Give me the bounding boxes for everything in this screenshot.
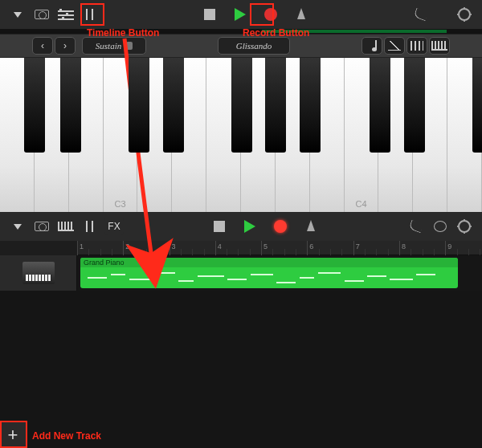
ruler-minor-tick (100, 249, 101, 255)
svg-rect-4 (66, 13, 68, 16)
key-label-c3: C3 (104, 199, 137, 209)
ruler-minor-tick (296, 249, 296, 255)
ruler-minor-tick (157, 249, 158, 255)
ruler-minor-tick (468, 249, 469, 255)
region-title: Grand Piano (80, 258, 458, 267)
black-key[interactable] (265, 58, 286, 153)
sustain-label: Sustain (96, 41, 121, 51)
camera-icon[interactable] (32, 6, 51, 23)
undo-icon[interactable] (411, 6, 431, 23)
black-key[interactable] (60, 58, 81, 153)
ruler-minor-tick (365, 249, 366, 255)
record-button[interactable] (261, 6, 280, 23)
arpeggiator-icon[interactable] (406, 37, 427, 55)
svg-rect-2 (58, 18, 74, 20)
ruler-minor-tick (135, 249, 136, 255)
ruler-minor-tick (112, 249, 112, 255)
black-key[interactable] (300, 58, 321, 153)
ruler-tick (123, 241, 124, 255)
record-button[interactable] (271, 218, 290, 235)
ruler-number: 3 (172, 242, 176, 250)
ruler-tick (170, 241, 170, 255)
sustain-pill[interactable]: Sustain (82, 37, 146, 55)
glissando-label: Glissando (236, 41, 272, 51)
midi-notes (80, 269, 458, 288)
black-key[interactable] (24, 58, 45, 153)
stop-button[interactable] (200, 6, 219, 23)
keyboard-subbar: ‹ › Sustain Glissando (0, 34, 482, 58)
ruler-minor-tick (227, 249, 227, 255)
ruler-minor-tick (434, 249, 435, 255)
ruler-tick (77, 241, 78, 255)
piano-keyboard[interactable]: C3 C4 (0, 58, 482, 212)
black-key[interactable] (370, 58, 390, 153)
ruler-number: 1 (80, 242, 84, 250)
metronome-icon[interactable] (301, 218, 321, 235)
time-ruler[interactable]: 123456789 (77, 241, 482, 255)
ruler-tick (307, 241, 308, 255)
black-key[interactable] (163, 58, 184, 153)
play-button[interactable] (231, 6, 250, 23)
timeline-button[interactable] (56, 6, 76, 23)
ruler-minor-tick (341, 249, 342, 255)
ruler-tick (399, 241, 400, 255)
black-key[interactable] (404, 58, 425, 153)
stop-button[interactable] (210, 218, 229, 235)
ruler-minor-tick (250, 249, 251, 255)
ruler-minor-tick (146, 249, 147, 255)
ruler-minor-tick (388, 249, 389, 255)
ruler-minor-tick (204, 249, 205, 255)
ruler-minor-tick (181, 249, 182, 255)
scale-icon[interactable] (384, 37, 405, 55)
ruler-tick (353, 241, 354, 255)
ruler-number: 9 (447, 242, 451, 250)
octave-next-button[interactable]: › (55, 37, 76, 55)
bottom-toolbar: FX (0, 212, 482, 241)
octave-prev-button[interactable]: ‹ (32, 37, 53, 55)
ruler-number: 7 (356, 242, 360, 250)
ruler-number: 2 (125, 242, 129, 250)
transport-controls (200, 6, 311, 23)
svg-rect-3 (59, 9, 62, 12)
tracks-view: FX 123456789 Grand Piano (0, 212, 482, 448)
top-toolbar (0, 0, 482, 29)
ruler-minor-tick (376, 249, 377, 255)
ruler-minor-tick (411, 249, 411, 255)
keyboard-view: ‹ › Sustain Glissando C3 C4 (0, 0, 482, 212)
undo-icon[interactable] (406, 218, 426, 235)
play-button[interactable] (240, 218, 259, 235)
keyboard-layout-icon[interactable] (429, 37, 450, 55)
keyboard-view-icon[interactable] (56, 218, 76, 235)
ruler-minor-tick (238, 249, 239, 255)
empty-tracks-area[interactable] (0, 291, 482, 448)
midi-region[interactable]: Grand Piano (80, 258, 458, 288)
mixer-sliders-icon[interactable] (80, 218, 100, 235)
ruler-number: 4 (218, 242, 222, 250)
mixer-sliders-icon[interactable] (80, 6, 100, 23)
track-lane[interactable]: Grand Piano (77, 255, 482, 291)
mini-ruler (0, 29, 482, 34)
ruler-minor-tick (88, 249, 89, 255)
black-key[interactable] (129, 58, 149, 153)
ruler-minor-tick (330, 249, 331, 255)
ruler-minor-tick (457, 249, 458, 255)
note-icon[interactable] (362, 37, 382, 55)
ruler-tick (215, 241, 216, 255)
ruler-minor-tick (319, 249, 320, 255)
menu-dropdown-icon[interactable] (8, 6, 27, 23)
settings-gear-icon[interactable] (455, 218, 474, 235)
camera-icon[interactable] (32, 218, 51, 235)
menu-dropdown-icon[interactable] (8, 218, 27, 235)
lock-icon (126, 42, 133, 50)
fx-button[interactable]: FX (104, 218, 124, 235)
svg-rect-5 (62, 17, 64, 20)
ruler-minor-tick (272, 249, 273, 255)
glissando-pill[interactable]: Glissando (218, 37, 290, 55)
settings-gear-icon[interactable] (455, 6, 474, 23)
track-header[interactable] (0, 255, 77, 291)
info-bubble-icon[interactable] (431, 218, 450, 235)
metronome-icon[interactable] (292, 6, 311, 23)
add-track-button[interactable]: + (0, 422, 26, 448)
black-key[interactable] (231, 58, 252, 153)
black-key[interactable] (472, 58, 482, 153)
